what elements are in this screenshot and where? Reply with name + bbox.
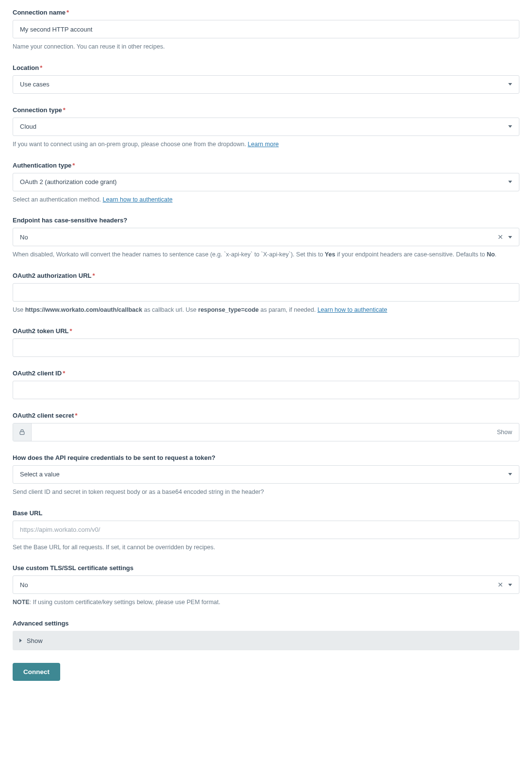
required-marker: * bbox=[63, 370, 65, 377]
oauth-auth-url-input[interactable] bbox=[20, 284, 512, 301]
select-icons bbox=[508, 473, 512, 475]
connection-type-select[interactable]: Cloud bbox=[13, 118, 519, 136]
connection-type-hint: If you want to connect using an on-prem … bbox=[13, 140, 519, 149]
hint-bold: https://www.workato.com/oauth/callback bbox=[25, 306, 142, 313]
learn-authenticate-link[interactable]: Learn how to authenticate bbox=[103, 196, 173, 203]
chevron-down-icon bbox=[508, 584, 512, 586]
field-oauth-token-url: OAuth2 token URL* bbox=[13, 327, 519, 357]
label-text: Location bbox=[13, 64, 39, 71]
field-oauth-client-id: OAuth2 client ID* bbox=[13, 370, 519, 399]
field-tls: Use custom TLS/SSL certificate settings … bbox=[13, 564, 519, 607]
field-connection-type: Connection type* Cloud If you want to co… bbox=[13, 106, 519, 149]
field-location: Location* Use cases bbox=[13, 64, 519, 94]
select-icons bbox=[508, 83, 512, 85]
clear-icon[interactable]: ✕ bbox=[498, 234, 503, 240]
auth-type-hint: Select an authentication method. Learn h… bbox=[13, 195, 519, 204]
oauth-token-url-input[interactable] bbox=[20, 339, 512, 356]
auth-type-label: Authentication type* bbox=[13, 162, 519, 169]
oauth-client-id-input-wrap bbox=[13, 381, 519, 399]
oauth-client-id-label: OAuth2 client ID* bbox=[13, 370, 519, 377]
lock-icon-svg bbox=[18, 428, 26, 436]
field-auth-type: Authentication type* OAuth 2 (authorizat… bbox=[13, 162, 519, 204]
required-marker: * bbox=[75, 412, 77, 419]
hint-text: When disabled, Workato will convert the … bbox=[13, 251, 325, 258]
select-icons bbox=[508, 181, 512, 183]
connection-name-hint: Name your connection. You can reuse it i… bbox=[13, 42, 519, 51]
field-credentials-method: How does the API require credentials to … bbox=[13, 454, 519, 497]
svg-rect-0 bbox=[20, 432, 24, 435]
credentials-method-label: How does the API require credentials to … bbox=[13, 454, 519, 461]
base-url-label: Base URL bbox=[13, 509, 519, 517]
credentials-method-select[interactable]: Select a value bbox=[13, 465, 519, 484]
hint-text: as param, if needed. bbox=[259, 306, 317, 313]
oauth-client-id-input[interactable] bbox=[20, 381, 512, 399]
select-icons bbox=[508, 125, 512, 128]
oauth-auth-url-input-wrap bbox=[13, 283, 519, 302]
chevron-down-icon bbox=[508, 473, 512, 475]
location-label: Location* bbox=[13, 64, 519, 71]
oauth-auth-url-label: OAuth2 authorization URL* bbox=[13, 272, 519, 279]
location-value: Use cases bbox=[20, 81, 508, 88]
tls-label: Use custom TLS/SSL certificate settings bbox=[13, 564, 519, 572]
required-marker: * bbox=[40, 64, 42, 71]
base-url-hint: Set the Base URL for all requests. If se… bbox=[13, 543, 519, 552]
chevron-right-icon bbox=[19, 639, 22, 642]
hint-bold: Yes bbox=[325, 251, 335, 258]
credentials-method-placeholder: Select a value bbox=[20, 471, 508, 478]
advanced-toggle[interactable]: Show bbox=[13, 631, 519, 650]
hint-text: as callback url. Use bbox=[142, 306, 198, 313]
base-url-input-wrap bbox=[13, 521, 519, 539]
hint-text: Select an authentication method. bbox=[13, 196, 103, 203]
hint-bold: response_type=code bbox=[198, 306, 259, 313]
connection-name-label: Connection name* bbox=[13, 9, 519, 16]
location-select[interactable]: Use cases bbox=[13, 75, 519, 94]
hint-text: . bbox=[495, 251, 496, 258]
tls-select[interactable]: No ✕ bbox=[13, 575, 519, 594]
label-text: OAuth2 authorization URL bbox=[13, 272, 92, 279]
oauth-token-url-input-wrap bbox=[13, 338, 519, 357]
advanced-label: Advanced settings bbox=[13, 620, 519, 627]
connection-name-input-wrap bbox=[13, 20, 519, 38]
auth-type-select[interactable]: OAuth 2 (authorization code grant) bbox=[13, 173, 519, 191]
label-text: Connection type bbox=[13, 106, 62, 114]
connection-type-value: Cloud bbox=[20, 123, 508, 130]
hint-text: Use bbox=[13, 306, 25, 313]
label-text: OAuth2 client ID bbox=[13, 370, 62, 377]
case-sensitive-hint: When disabled, Workato will convert the … bbox=[13, 250, 519, 259]
clear-icon[interactable]: ✕ bbox=[498, 581, 503, 588]
label-text: OAuth2 client secret bbox=[13, 412, 74, 419]
lock-icon bbox=[13, 423, 32, 441]
base-url-input[interactable] bbox=[20, 521, 512, 539]
oauth-token-url-label: OAuth2 token URL* bbox=[13, 327, 519, 335]
advanced-toggle-text: Show bbox=[27, 637, 43, 644]
chevron-down-icon bbox=[508, 83, 512, 85]
label-text: OAuth2 token URL bbox=[13, 327, 69, 335]
connection-type-label: Connection type* bbox=[13, 106, 519, 114]
required-marker: * bbox=[93, 272, 95, 279]
hint-text: : If using custom certificate/key settin… bbox=[30, 599, 220, 606]
select-icons: ✕ bbox=[498, 581, 512, 588]
chevron-down-icon bbox=[508, 236, 512, 238]
select-icons: ✕ bbox=[498, 234, 512, 240]
oauth-client-secret-label: OAuth2 client secret* bbox=[13, 412, 519, 419]
hint-bold: No bbox=[487, 251, 495, 258]
connect-button[interactable]: Connect bbox=[13, 663, 60, 681]
required-marker: * bbox=[70, 327, 72, 335]
oauth-client-secret-input[interactable] bbox=[32, 423, 490, 441]
tls-value: No bbox=[20, 581, 498, 589]
connection-name-input[interactable] bbox=[20, 20, 512, 38]
learn-authenticate-link[interactable]: Learn how to authenticate bbox=[317, 306, 387, 313]
field-advanced: Advanced settings Show bbox=[13, 620, 519, 650]
case-sensitive-select[interactable]: No ✕ bbox=[13, 228, 519, 246]
hint-text: if your endpoint headers are case-sensit… bbox=[335, 251, 487, 258]
required-marker: * bbox=[63, 106, 66, 114]
field-case-sensitive: Endpoint has case-sensitive headers? No … bbox=[13, 217, 519, 259]
required-marker: * bbox=[66, 9, 69, 16]
oauth-client-secret-wrap: Show bbox=[13, 423, 519, 441]
learn-more-link[interactable]: Learn more bbox=[248, 141, 279, 148]
field-base-url: Base URL Set the Base URL for all reques… bbox=[13, 509, 519, 552]
auth-type-value: OAuth 2 (authorization code grant) bbox=[20, 178, 508, 186]
required-marker: * bbox=[72, 162, 75, 169]
hint-text: If you want to connect using an on-prem … bbox=[13, 141, 248, 148]
show-secret-button[interactable]: Show bbox=[490, 423, 519, 441]
